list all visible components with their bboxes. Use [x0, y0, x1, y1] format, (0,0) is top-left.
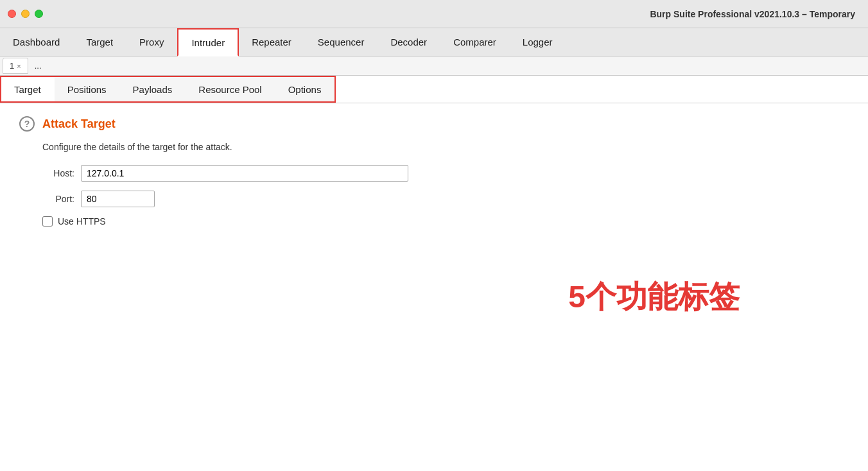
main-nav: Dashboard Target Proxy Intruder Repeater…: [0, 28, 868, 56]
nav-item-dashboard[interactable]: Dashboard: [0, 28, 73, 56]
sub-tab-positions[interactable]: Positions: [55, 77, 120, 101]
nav-item-logger[interactable]: Logger: [510, 28, 566, 56]
use-https-label: Use HTTPS: [58, 216, 106, 227]
nav-item-sequencer[interactable]: Sequencer: [305, 28, 378, 56]
https-row: Use HTTPS: [42, 216, 849, 227]
sub-tab-target[interactable]: Target: [1, 77, 55, 101]
nav-item-decoder[interactable]: Decoder: [378, 28, 440, 56]
title-bar: Burp Suite Professional v2021.10.3 – Tem…: [0, 0, 868, 28]
port-row: Port:: [42, 191, 849, 207]
sub-tab-options[interactable]: Options: [275, 77, 335, 101]
traffic-lights: [8, 10, 43, 18]
host-input[interactable]: [81, 165, 408, 182]
sub-tab-payloads[interactable]: Payloads: [120, 77, 186, 101]
tab-1-label: 1: [10, 61, 14, 71]
nav-item-comparer[interactable]: Comparer: [440, 28, 510, 56]
annotation-text: 5个功能标签: [568, 277, 740, 318]
sub-nav: Target Positions Payloads Resource Pool …: [0, 76, 336, 103]
tab-1-close[interactable]: ×: [17, 62, 21, 70]
host-label: Host:: [42, 168, 74, 178]
tab-bar: 1 × ...: [0, 56, 868, 76]
port-label: Port:: [42, 194, 74, 204]
maximize-button[interactable]: [35, 10, 43, 18]
nav-item-proxy[interactable]: Proxy: [126, 28, 177, 56]
tab-more[interactable]: ...: [30, 58, 47, 73]
tab-1[interactable]: 1 ×: [3, 58, 28, 74]
close-button[interactable]: [8, 10, 16, 18]
nav-item-intruder[interactable]: Intruder: [177, 28, 239, 56]
window-title: Burp Suite Professional v2021.10.3 – Tem…: [650, 9, 855, 19]
nav-item-repeater[interactable]: Repeater: [239, 28, 305, 56]
content-area: ? Attack Target Configure the details of…: [0, 103, 868, 471]
section-header: ? Attack Target: [19, 116, 849, 132]
section-desc: Configure the details of the target for …: [42, 142, 849, 152]
minimize-button[interactable]: [21, 10, 30, 18]
port-input[interactable]: [81, 191, 155, 207]
sub-nav-container: Target Positions Payloads Resource Pool …: [0, 76, 868, 103]
host-row: Host:: [42, 165, 849, 182]
sub-tab-resource-pool[interactable]: Resource Pool: [186, 77, 275, 101]
help-icon[interactable]: ?: [19, 116, 35, 132]
nav-item-target[interactable]: Target: [73, 28, 126, 56]
use-https-checkbox[interactable]: [42, 216, 53, 227]
section-title: Attack Target: [42, 117, 116, 131]
